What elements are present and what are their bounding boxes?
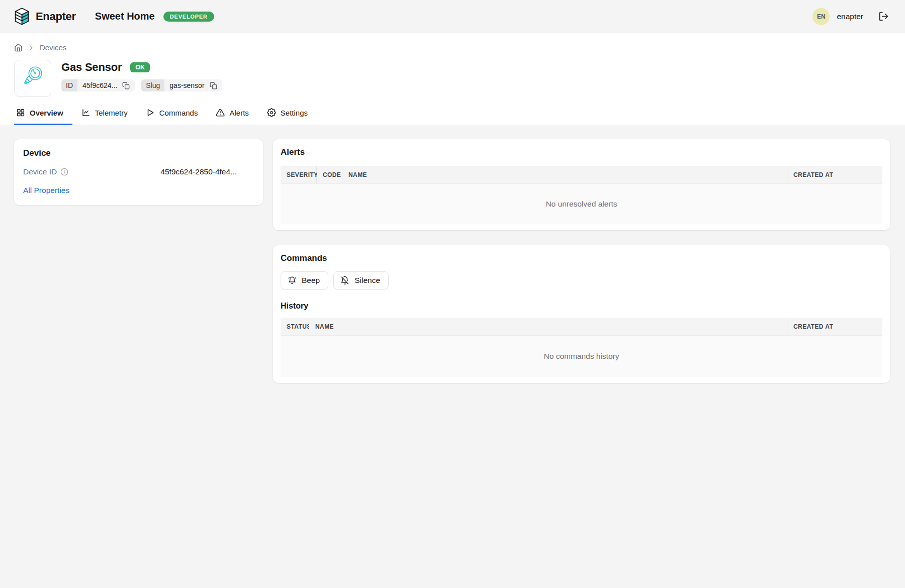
device-id-info-button[interactable] <box>60 168 68 176</box>
info-icon <box>60 168 68 176</box>
warning-triangle-icon <box>216 108 225 117</box>
tab-alerts[interactable]: Alerts <box>214 107 257 125</box>
history-table-header: STATUS NAME CREATED AT <box>281 318 882 336</box>
device-tabs: Overview Telemetry Commands <box>14 107 891 125</box>
alerts-empty-state: No unresolved alerts <box>281 184 882 224</box>
enapter-logo-icon <box>14 8 30 25</box>
silence-command-label: Silence <box>354 276 380 285</box>
device-header: Gas Sensor OK ID 45f9c624... <box>14 60 891 97</box>
chevron-right-icon <box>28 44 35 51</box>
tab-label: Commands <box>159 109 198 117</box>
device-status-badge: OK <box>130 62 150 72</box>
all-properties-link[interactable]: All Properties <box>23 186 69 195</box>
tab-label: Settings <box>281 109 308 117</box>
alerts-card-title: Alerts <box>281 147 882 157</box>
copy-icon <box>210 82 217 89</box>
device-slug-chip-value: gas-sensor <box>169 81 204 89</box>
user-avatar[interactable]: EN <box>812 8 830 25</box>
gear-icon <box>267 108 276 117</box>
column-header-code: CODE <box>317 166 342 184</box>
device-card-title: Device <box>23 148 254 158</box>
silence-command-button[interactable]: Silence <box>333 271 389 289</box>
home-logo-link[interactable]: Enapter <box>14 8 76 25</box>
device-meta-chips: ID 45f9c624... <box>61 79 222 91</box>
page-header-section: Devices Gas Sensor <box>0 33 905 125</box>
alerts-table: SEVERITY CODE NAME CREATED AT No unresol… <box>281 166 882 224</box>
device-header-info: Gas Sensor OK ID 45f9c624... <box>61 60 222 97</box>
bell-icon <box>288 276 297 285</box>
tab-telemetry[interactable]: Telemetry <box>79 107 137 125</box>
main-content: Device Device ID 45f9c624-2850-4fe4... A… <box>0 125 905 383</box>
device-slug-chip-label: Slug <box>141 79 164 91</box>
history-empty-state: No commands history <box>281 336 882 377</box>
tab-label: Alerts <box>229 109 248 117</box>
tab-label: Overview <box>30 109 63 117</box>
right-column: Alerts SEVERITY CODE NAME CREATED AT No … <box>273 139 890 383</box>
gas-sensor-icon <box>19 65 46 92</box>
commands-history-table: STATUS NAME CREATED AT No commands histo… <box>281 318 882 377</box>
device-id-value: 45f9c624-2850-4fe4... <box>160 167 254 176</box>
alerts-table-header: SEVERITY CODE NAME CREATED AT <box>281 166 882 184</box>
top-bar-right: EN enapter <box>812 8 890 25</box>
bell-off-icon <box>340 276 349 285</box>
device-id-chip: ID 45f9c624... <box>61 79 135 91</box>
column-header-name: NAME <box>342 166 787 184</box>
device-id-chip-label: ID <box>61 79 77 91</box>
column-header-created-at: CREATED AT <box>787 166 882 184</box>
logout-icon <box>878 11 889 22</box>
device-id-chip-value: 45f9c624... <box>82 81 117 89</box>
tab-settings[interactable]: Settings <box>265 107 317 125</box>
column-header-name: NAME <box>309 318 787 336</box>
device-slug-chip: Slug gas-sensor <box>141 79 222 91</box>
breadcrumb: Devices <box>14 33 891 52</box>
tab-label: Telemetry <box>95 109 128 117</box>
beep-command-button[interactable]: Beep <box>281 271 328 289</box>
beep-command-label: Beep <box>302 276 320 285</box>
column-header-status: STATUS <box>281 318 309 336</box>
tab-overview[interactable]: Overview <box>14 107 72 125</box>
breadcrumb-home-link[interactable] <box>14 43 23 52</box>
home-icon <box>14 43 23 52</box>
device-card: Device Device ID 45f9c624-2850-4fe4... A… <box>14 139 263 205</box>
column-header-created-at: CREATED AT <box>787 318 882 336</box>
top-bar: Enapter Sweet Home DEVELOPER EN enapter <box>0 0 905 33</box>
grid-icon <box>16 108 25 117</box>
breadcrumb-devices-link[interactable]: Devices <box>40 43 66 52</box>
commands-card: Commands Beep <box>273 245 890 383</box>
chart-line-icon <box>81 108 90 117</box>
page-title: Gas Sensor <box>61 61 122 74</box>
workspace-name[interactable]: Sweet Home <box>95 11 155 22</box>
role-badge: DEVELOPER <box>163 12 214 22</box>
commands-card-title: Commands <box>281 253 882 263</box>
copy-device-slug-button[interactable] <box>210 82 217 89</box>
command-buttons: Beep Silence <box>281 271 882 289</box>
logout-button[interactable] <box>877 10 890 23</box>
brand-name: Enapter <box>36 10 76 23</box>
device-id-label: Device ID <box>23 167 57 176</box>
alerts-card: Alerts SEVERITY CODE NAME CREATED AT No … <box>273 139 890 230</box>
device-id-row: Device ID 45f9c624-2850-4fe4... <box>23 167 254 176</box>
history-title: History <box>281 302 882 311</box>
device-image <box>14 60 51 97</box>
tab-commands[interactable]: Commands <box>144 107 207 125</box>
play-icon <box>146 108 155 117</box>
column-header-severity: SEVERITY <box>281 166 317 184</box>
copy-icon <box>122 82 130 89</box>
copy-device-id-button[interactable] <box>122 82 130 89</box>
user-name: enapter <box>837 12 863 21</box>
